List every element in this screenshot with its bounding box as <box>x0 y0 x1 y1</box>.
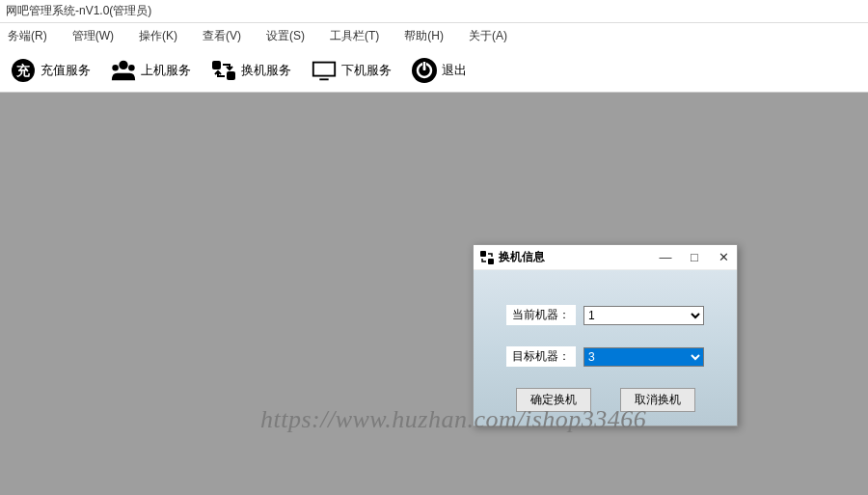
svg-rect-5 <box>212 61 221 69</box>
menu-bar: 务端(R) 管理(W) 操作(K) 查看(V) 设置(S) 工具栏(T) 帮助(… <box>0 23 868 49</box>
exit-label: 退出 <box>442 62 467 79</box>
current-machine-select[interactable]: 1 <box>583 306 704 325</box>
content-area: 换机信息 — □ ✕ 当前机器： 1 目标机器： 3 确定换 <box>0 93 868 495</box>
login-label: 上机服务 <box>141 62 191 79</box>
menu-help[interactable]: 帮助(H) <box>400 26 448 46</box>
confirm-swap-button[interactable]: 确定换机 <box>516 388 591 412</box>
svg-rect-6 <box>227 71 235 80</box>
power-icon <box>411 57 438 84</box>
login-button[interactable]: 上机服务 <box>100 53 201 88</box>
menu-operate[interactable]: 操作(K) <box>135 26 181 46</box>
app-title: 网吧管理系统-nV1.0(管理员) <box>6 4 151 17</box>
menu-toolbar[interactable]: 工具栏(T) <box>326 26 383 46</box>
menu-terminal[interactable]: 务端(R) <box>4 26 51 46</box>
menu-manage[interactable]: 管理(W) <box>68 26 118 46</box>
logout-button[interactable]: 下机服务 <box>301 53 401 88</box>
menu-view[interactable]: 查看(V) <box>199 26 245 46</box>
target-machine-label: 目标机器： <box>506 346 576 367</box>
current-machine-label: 当前机器： <box>506 305 576 325</box>
svg-rect-14 <box>480 251 486 257</box>
minimize-button[interactable]: — <box>658 250 673 264</box>
target-machine-select[interactable]: 3 <box>583 347 704 367</box>
dialog-body: 当前机器： 1 目标机器： 3 确定换机 取消换机 <box>474 270 737 426</box>
swap-dialog: 换机信息 — □ ✕ 当前机器： 1 目标机器： 3 确定换 <box>473 244 738 426</box>
logout-label: 下机服务 <box>341 62 392 79</box>
swap-icon <box>210 57 237 84</box>
recharge-label: 充值服务 <box>41 62 91 79</box>
svg-point-2 <box>119 61 127 69</box>
maximize-button[interactable]: □ <box>687 250 702 264</box>
recharge-button[interactable]: 充 充值服务 <box>0 53 100 88</box>
users-icon <box>110 57 137 84</box>
svg-point-4 <box>128 65 135 71</box>
menu-about[interactable]: 关于(A) <box>465 26 511 46</box>
menu-settings[interactable]: 设置(S) <box>262 26 309 46</box>
exit-button[interactable]: 退出 <box>401 53 476 88</box>
cancel-swap-button[interactable]: 取消换机 <box>620 388 695 412</box>
svg-text:充: 充 <box>15 63 31 78</box>
dialog-swap-icon <box>479 250 495 265</box>
close-button[interactable]: ✕ <box>716 250 731 264</box>
monitor-icon <box>311 57 338 84</box>
dialog-title: 换机信息 <box>499 249 545 265</box>
swap-label: 换机服务 <box>241 62 291 79</box>
dialog-titlebar[interactable]: 换机信息 — □ ✕ <box>474 245 737 270</box>
title-bar: 网吧管理系统-nV1.0(管理员) <box>0 0 868 23</box>
recharge-icon: 充 <box>10 57 37 84</box>
toolbar: 充 充值服务 上机服务 换机服务 下机服务 退出 <box>0 49 868 93</box>
svg-rect-7 <box>313 63 335 76</box>
svg-rect-15 <box>488 259 494 264</box>
swap-button[interactable]: 换机服务 <box>201 53 301 88</box>
svg-point-3 <box>112 65 119 71</box>
